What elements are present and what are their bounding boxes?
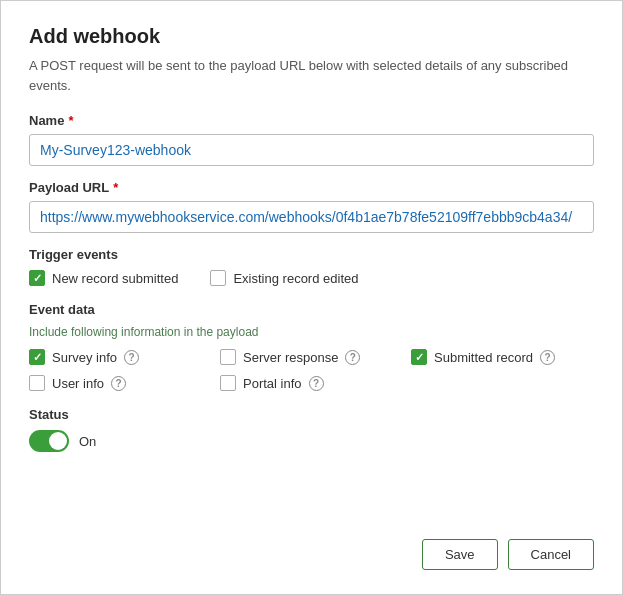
checkbox-portal-info[interactable]: Portal info ? xyxy=(220,375,403,391)
checkmark-icon: ✓ xyxy=(33,273,42,284)
checkbox-new-record-box[interactable]: ✓ xyxy=(29,270,45,286)
event-data-section: Event data Include following information… xyxy=(29,302,594,391)
checkbox-user-info[interactable]: User info ? xyxy=(29,375,212,391)
checkbox-existing-record-box[interactable] xyxy=(210,270,226,286)
payload-required-star: * xyxy=(113,180,118,195)
trigger-events-label: Trigger events xyxy=(29,247,594,262)
event-data-subtitle: Include following information in the pay… xyxy=(29,325,594,339)
payload-url-label: Payload URL * xyxy=(29,180,594,195)
server-response-help-icon[interactable]: ? xyxy=(345,350,360,365)
add-webhook-dialog: Add webhook A POST request will be sent … xyxy=(0,0,623,595)
name-label: Name * xyxy=(29,113,594,128)
user-info-label: User info xyxy=(52,376,104,391)
dialog-title: Add webhook xyxy=(29,25,594,48)
checkbox-new-record[interactable]: ✓ New record submitted xyxy=(29,270,178,286)
survey-info-label: Survey info xyxy=(52,350,117,365)
portal-info-label: Portal info xyxy=(243,376,302,391)
status-label: Status xyxy=(29,407,594,422)
survey-info-help-icon[interactable]: ? xyxy=(124,350,139,365)
new-record-label: New record submitted xyxy=(52,271,178,286)
dialog-description: A POST request will be sent to the paylo… xyxy=(29,56,594,95)
name-required-star: * xyxy=(68,113,73,128)
submitted-record-help-icon[interactable]: ? xyxy=(540,350,555,365)
payload-url-input[interactable] xyxy=(29,201,594,233)
event-data-grid: ✓ Survey info ? Server response ? ✓ Subm… xyxy=(29,349,594,391)
status-toggle[interactable] xyxy=(29,430,69,452)
status-section: Status On xyxy=(29,407,594,452)
toggle-knob xyxy=(49,432,67,450)
trigger-events-row: ✓ New record submitted Existing record e… xyxy=(29,270,594,286)
server-response-label: Server response xyxy=(243,350,338,365)
checkbox-existing-record[interactable]: Existing record edited xyxy=(210,270,358,286)
checkbox-server-response-box[interactable] xyxy=(220,349,236,365)
checkbox-portal-info-box[interactable] xyxy=(220,375,236,391)
toggle-label: On xyxy=(79,434,96,449)
checkbox-server-response[interactable]: Server response ? xyxy=(220,349,403,365)
checkbox-submitted-record-box[interactable]: ✓ xyxy=(411,349,427,365)
footer-buttons: Save Cancel xyxy=(29,519,594,570)
checkbox-survey-info-box[interactable]: ✓ xyxy=(29,349,45,365)
toggle-row: On xyxy=(29,430,594,452)
checkmark-icon: ✓ xyxy=(33,352,42,363)
checkmark-icon: ✓ xyxy=(415,352,424,363)
save-button[interactable]: Save xyxy=(422,539,498,570)
user-info-help-icon[interactable]: ? xyxy=(111,376,126,391)
checkbox-submitted-record[interactable]: ✓ Submitted record ? xyxy=(411,349,594,365)
existing-record-label: Existing record edited xyxy=(233,271,358,286)
event-data-label: Event data xyxy=(29,302,594,317)
name-input[interactable] xyxy=(29,134,594,166)
checkbox-survey-info[interactable]: ✓ Survey info ? xyxy=(29,349,212,365)
checkbox-user-info-box[interactable] xyxy=(29,375,45,391)
portal-info-help-icon[interactable]: ? xyxy=(309,376,324,391)
submitted-record-label: Submitted record xyxy=(434,350,533,365)
cancel-button[interactable]: Cancel xyxy=(508,539,594,570)
